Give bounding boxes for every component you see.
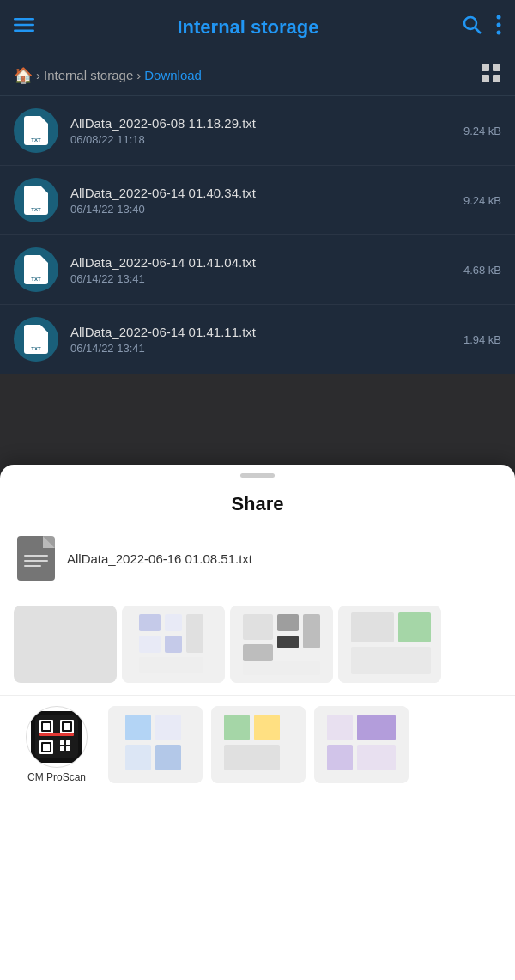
file-name: AllData_2022-06-14 01.41.11.txt	[70, 325, 457, 339]
svg-rect-51	[39, 733, 74, 736]
txt-doc-icon	[24, 255, 48, 284]
page-title: Internal storage	[34, 16, 462, 39]
share-title: Share	[0, 478, 515, 527]
svg-rect-35	[351, 647, 431, 674]
shared-file-icon	[17, 536, 55, 581]
svg-rect-49	[60, 746, 64, 751]
home-icon[interactable]: 🏠	[14, 66, 33, 85]
file-name: AllData_2022-06-08 11.18.29.txt	[70, 116, 457, 131]
app-row-2: CM ProScan	[0, 696, 515, 794]
app-label-cm-proscan: CM ProScan	[27, 771, 86, 783]
svg-rect-59	[254, 715, 280, 740]
menu-icon[interactable]	[14, 15, 34, 40]
svg-rect-43	[64, 723, 70, 730]
file-info: AllData_2022-06-08 11.18.29.txt 06/08/22…	[70, 116, 457, 146]
app-tile-2[interactable]	[122, 606, 225, 683]
svg-rect-11	[493, 75, 500, 82]
file-name: AllData_2022-06-14 01.41.04.txt	[70, 255, 457, 270]
app-item-cm-proscan[interactable]: CM ProScan	[14, 706, 100, 783]
svg-rect-1	[14, 24, 34, 27]
svg-line-4	[476, 28, 482, 34]
app-tile-4[interactable]	[338, 606, 441, 683]
search-icon[interactable]	[462, 15, 482, 40]
svg-point-5	[497, 15, 501, 20]
svg-rect-54	[155, 715, 181, 740]
list-item[interactable]: AllData_2022-06-14 01.41.04.txt 06/14/22…	[0, 235, 515, 305]
svg-rect-8	[482, 64, 489, 71]
svg-rect-33	[398, 612, 431, 642]
svg-rect-20	[165, 614, 182, 631]
svg-rect-17	[24, 565, 41, 567]
file-info: AllData_2022-06-14 01.40.34.txt 06/14/22…	[70, 186, 457, 216]
svg-rect-2	[14, 30, 34, 33]
svg-rect-63	[357, 715, 396, 740]
svg-rect-29	[303, 614, 320, 648]
svg-rect-10	[482, 75, 489, 82]
svg-rect-19	[139, 614, 161, 631]
svg-rect-30	[243, 644, 273, 661]
breadcrumb-sep1: ›	[36, 68, 40, 82]
svg-rect-27	[277, 614, 299, 631]
more-options-icon[interactable]	[496, 15, 501, 40]
svg-rect-28	[277, 636, 299, 648]
file-list: AllData_2022-06-08 11.18.29.txt 06/08/22…	[0, 96, 515, 374]
txt-doc-icon	[24, 325, 48, 354]
breadcrumb-internal-storage[interactable]: Internal storage	[44, 68, 133, 82]
app-tile-6[interactable]	[211, 706, 306, 783]
svg-rect-26	[243, 614, 273, 640]
svg-rect-16	[24, 560, 48, 562]
svg-rect-9	[493, 64, 500, 71]
top-bar: Internal storage	[0, 0, 515, 55]
shared-file-name: AllData_2022-06-16 01.08.51.txt	[67, 551, 252, 566]
cm-proscan-icon-wrap	[26, 706, 88, 768]
grid-view-icon[interactable]	[481, 63, 501, 88]
app-grid-section-1	[0, 593, 515, 696]
app-tile-7[interactable]	[314, 706, 409, 783]
file-info: AllData_2022-06-14 01.41.11.txt 06/14/22…	[70, 325, 457, 355]
breadcrumb-sep2: ›	[136, 68, 141, 82]
app-tile-1[interactable]	[14, 606, 117, 683]
list-item[interactable]: AllData_2022-06-14 01.40.34.txt 06/14/22…	[0, 166, 515, 235]
svg-rect-65	[357, 745, 396, 770]
svg-rect-31	[243, 661, 320, 675]
file-size: 4.68 kB	[464, 264, 501, 277]
svg-rect-0	[14, 18, 34, 21]
txt-doc-icon	[24, 186, 48, 215]
app-tile-5[interactable]	[108, 706, 203, 783]
list-item[interactable]: AllData_2022-06-14 01.41.11.txt 06/14/22…	[0, 305, 515, 374]
breadcrumb-download[interactable]: Download	[144, 68, 202, 82]
file-size: 9.24 kB	[464, 125, 501, 137]
svg-rect-24	[139, 657, 203, 673]
file-info: AllData_2022-06-14 01.41.04.txt 06/14/22…	[70, 255, 457, 285]
file-date: 06/08/22 11:18	[70, 133, 457, 146]
file-date: 06/14/22 13:41	[70, 342, 457, 355]
share-bottom-sheet: Share AllData_2022-06-16 01.08.51.txt	[0, 465, 515, 980]
file-icon	[14, 108, 58, 153]
file-size: 9.24 kB	[464, 194, 501, 207]
svg-point-3	[464, 17, 476, 29]
svg-rect-23	[186, 614, 203, 653]
file-icon	[14, 178, 58, 222]
file-date: 06/14/22 13:41	[70, 272, 457, 285]
file-name: AllData_2022-06-14 01.40.34.txt	[70, 186, 457, 200]
svg-rect-21	[139, 636, 161, 653]
svg-rect-22	[165, 636, 182, 653]
app-grid-row1	[0, 600, 515, 688]
svg-rect-60	[224, 745, 280, 770]
list-item[interactable]: AllData_2022-06-08 11.18.29.txt 06/08/22…	[0, 96, 515, 166]
txt-doc-icon	[24, 116, 48, 145]
shared-file-row: AllData_2022-06-16 01.08.51.txt	[0, 527, 515, 593]
svg-rect-53	[125, 715, 151, 740]
svg-rect-34	[351, 612, 394, 642]
svg-rect-56	[155, 745, 181, 770]
svg-rect-46	[43, 744, 50, 751]
app-tile-3[interactable]	[230, 606, 333, 683]
svg-rect-64	[327, 745, 353, 770]
file-icon	[14, 247, 58, 292]
svg-rect-62	[327, 715, 353, 740]
svg-rect-58	[224, 715, 250, 740]
svg-rect-40	[43, 723, 50, 730]
file-date: 06/14/22 13:40	[70, 203, 457, 216]
file-icon	[14, 317, 58, 362]
file-size: 1.94 kB	[464, 333, 501, 346]
